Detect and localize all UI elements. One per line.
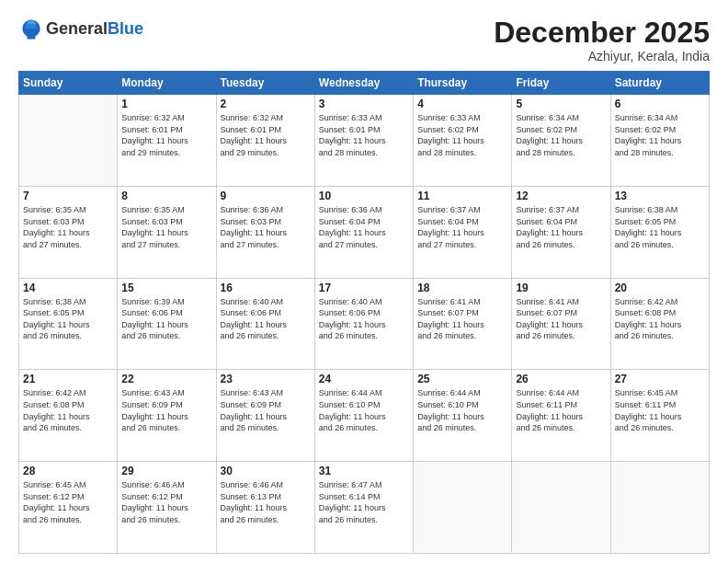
day-number: 31 [319,465,409,477]
weekday-header-sunday: Sunday [19,72,118,95]
day-info: Sunrise: 6:46 AMSunset: 6:13 PMDaylight:… [221,479,311,525]
calendar-cell: 26Sunrise: 6:44 AMSunset: 6:11 PMDayligh… [512,370,610,462]
day-info: Sunrise: 6:43 AMSunset: 6:09 PMDaylight:… [221,387,311,433]
day-info: Sunrise: 6:38 AMSunset: 6:05 PMDaylight:… [23,296,113,342]
header: GeneralBlue December 2025 Azhiyur, Keral… [18,17,710,63]
day-number: 14 [23,282,113,294]
page: GeneralBlue December 2025 Azhiyur, Keral… [0,0,728,563]
day-info: Sunrise: 6:40 AMSunset: 6:06 PMDaylight:… [319,296,409,342]
day-info: Sunrise: 6:44 AMSunset: 6:11 PMDaylight:… [516,387,606,433]
day-number: 25 [417,373,507,385]
calendar-cell: 8Sunrise: 6:35 AMSunset: 6:03 PMDaylight… [118,186,216,278]
calendar-cell: 14Sunrise: 6:38 AMSunset: 6:05 PMDayligh… [19,278,118,370]
day-number: 6 [615,98,705,110]
day-info: Sunrise: 6:42 AMSunset: 6:08 PMDaylight:… [23,387,113,433]
day-number: 11 [417,190,507,202]
calendar-week-1: 1Sunrise: 6:32 AMSunset: 6:01 PMDaylight… [19,95,710,187]
calendar-cell: 12Sunrise: 6:37 AMSunset: 6:04 PMDayligh… [512,186,610,278]
logo-text: GeneralBlue [46,20,143,39]
calendar-cell: 17Sunrise: 6:40 AMSunset: 6:06 PMDayligh… [314,278,413,370]
day-info: Sunrise: 6:47 AMSunset: 6:14 PMDaylight:… [319,479,409,525]
calendar-cell: 31Sunrise: 6:47 AMSunset: 6:14 PMDayligh… [314,462,413,554]
calendar-cell: 1Sunrise: 6:32 AMSunset: 6:01 PMDaylight… [118,95,216,187]
day-info: Sunrise: 6:36 AMSunset: 6:04 PMDaylight:… [319,204,409,250]
month-title: December 2025 [494,17,710,49]
day-info: Sunrise: 6:32 AMSunset: 6:01 PMDaylight:… [121,112,211,158]
day-number: 26 [516,373,606,385]
weekday-header-saturday: Saturday [610,72,709,95]
calendar-cell: 15Sunrise: 6:39 AMSunset: 6:06 PMDayligh… [118,278,216,370]
day-number: 21 [23,373,113,385]
day-info: Sunrise: 6:34 AMSunset: 6:02 PMDaylight:… [615,112,705,158]
day-number: 24 [319,373,409,385]
day-number: 27 [615,373,705,385]
day-number: 19 [516,282,606,294]
day-info: Sunrise: 6:34 AMSunset: 6:02 PMDaylight:… [516,112,606,158]
calendar-cell: 22Sunrise: 6:43 AMSunset: 6:09 PMDayligh… [118,370,216,462]
day-info: Sunrise: 6:37 AMSunset: 6:04 PMDaylight:… [516,204,606,250]
calendar-cell: 16Sunrise: 6:40 AMSunset: 6:06 PMDayligh… [216,278,314,370]
day-number: 28 [23,465,113,477]
calendar-cell [414,462,512,554]
day-number: 29 [121,465,211,477]
day-number: 12 [516,190,606,202]
location: Azhiyur, Kerala, India [494,49,710,63]
day-info: Sunrise: 6:41 AMSunset: 6:07 PMDaylight:… [417,296,507,342]
day-number: 7 [23,190,113,202]
day-info: Sunrise: 6:35 AMSunset: 6:03 PMDaylight:… [121,204,211,250]
day-info: Sunrise: 6:33 AMSunset: 6:02 PMDaylight:… [417,112,507,158]
calendar-cell [19,95,118,187]
weekday-header-monday: Monday [118,72,216,95]
day-info: Sunrise: 6:37 AMSunset: 6:04 PMDaylight:… [417,204,507,250]
day-number: 2 [221,98,311,110]
day-info: Sunrise: 6:41 AMSunset: 6:07 PMDaylight:… [516,296,606,342]
day-info: Sunrise: 6:38 AMSunset: 6:05 PMDaylight:… [615,204,705,250]
day-info: Sunrise: 6:32 AMSunset: 6:01 PMDaylight:… [221,112,311,158]
day-info: Sunrise: 6:35 AMSunset: 6:03 PMDaylight:… [23,204,113,250]
day-info: Sunrise: 6:36 AMSunset: 6:03 PMDaylight:… [221,204,311,250]
weekday-header-thursday: Thursday [414,72,512,95]
day-number: 16 [221,282,311,294]
calendar-week-5: 28Sunrise: 6:45 AMSunset: 6:12 PMDayligh… [19,462,710,554]
weekday-header-row: SundayMondayTuesdayWednesdayThursdayFrid… [19,72,710,95]
calendar-cell: 28Sunrise: 6:45 AMSunset: 6:12 PMDayligh… [19,462,118,554]
logo: GeneralBlue [18,17,143,42]
calendar-cell: 10Sunrise: 6:36 AMSunset: 6:04 PMDayligh… [314,186,413,278]
calendar-cell: 11Sunrise: 6:37 AMSunset: 6:04 PMDayligh… [414,186,512,278]
calendar-cell: 13Sunrise: 6:38 AMSunset: 6:05 PMDayligh… [610,186,709,278]
calendar-cell: 29Sunrise: 6:46 AMSunset: 6:12 PMDayligh… [118,462,216,554]
day-number: 23 [221,373,311,385]
day-info: Sunrise: 6:45 AMSunset: 6:11 PMDaylight:… [615,387,705,433]
title-section: December 2025 Azhiyur, Kerala, India [494,17,710,63]
calendar: SundayMondayTuesdayWednesdayThursdayFrid… [18,71,710,554]
calendar-cell: 20Sunrise: 6:42 AMSunset: 6:08 PMDayligh… [610,278,709,370]
day-number: 3 [319,98,409,110]
day-info: Sunrise: 6:39 AMSunset: 6:06 PMDaylight:… [121,296,211,342]
calendar-cell: 7Sunrise: 6:35 AMSunset: 6:03 PMDaylight… [19,186,118,278]
weekday-header-wednesday: Wednesday [314,72,413,95]
calendar-cell: 19Sunrise: 6:41 AMSunset: 6:07 PMDayligh… [512,278,610,370]
day-number: 4 [417,98,507,110]
calendar-cell: 4Sunrise: 6:33 AMSunset: 6:02 PMDaylight… [414,95,512,187]
day-number: 17 [319,282,409,294]
calendar-cell: 6Sunrise: 6:34 AMSunset: 6:02 PMDaylight… [610,95,709,187]
weekday-header-friday: Friday [512,72,610,95]
day-number: 20 [615,282,705,294]
day-number: 18 [417,282,507,294]
calendar-cell: 25Sunrise: 6:44 AMSunset: 6:10 PMDayligh… [414,370,512,462]
calendar-week-3: 14Sunrise: 6:38 AMSunset: 6:05 PMDayligh… [19,278,710,370]
calendar-cell: 24Sunrise: 6:44 AMSunset: 6:10 PMDayligh… [314,370,413,462]
calendar-cell: 27Sunrise: 6:45 AMSunset: 6:11 PMDayligh… [610,370,709,462]
day-info: Sunrise: 6:46 AMSunset: 6:12 PMDaylight:… [121,479,211,525]
day-info: Sunrise: 6:42 AMSunset: 6:08 PMDaylight:… [615,296,705,342]
day-info: Sunrise: 6:40 AMSunset: 6:06 PMDaylight:… [221,296,311,342]
calendar-cell: 2Sunrise: 6:32 AMSunset: 6:01 PMDaylight… [216,95,314,187]
calendar-cell: 30Sunrise: 6:46 AMSunset: 6:13 PMDayligh… [216,462,314,554]
calendar-cell: 5Sunrise: 6:34 AMSunset: 6:02 PMDaylight… [512,95,610,187]
calendar-cell: 18Sunrise: 6:41 AMSunset: 6:07 PMDayligh… [414,278,512,370]
day-number: 10 [319,190,409,202]
calendar-cell: 9Sunrise: 6:36 AMSunset: 6:03 PMDaylight… [216,186,314,278]
calendar-cell [610,462,709,554]
day-number: 30 [221,465,311,477]
day-number: 5 [516,98,606,110]
